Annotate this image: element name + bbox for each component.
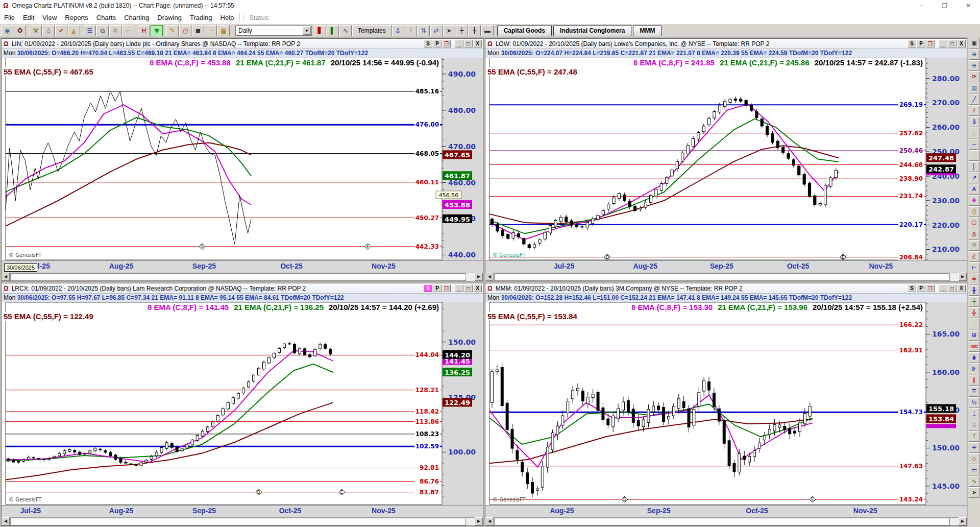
pattern4-icon[interactable]: ╬ xyxy=(969,307,979,318)
list-icon[interactable]: ☰ xyxy=(84,25,96,36)
polygon-icon[interactable]: ⬠ xyxy=(969,218,979,228)
close-button[interactable]: ✕ xyxy=(957,0,980,11)
panel-minimize-button[interactable]: _ xyxy=(939,284,947,292)
cross-big-icon[interactable]: ✛ xyxy=(969,442,979,453)
plus-small-icon[interactable]: ⊹ xyxy=(969,420,979,430)
tee-icon[interactable]: ⊺ xyxy=(969,431,979,442)
horizontal-scrollbar[interactable]: ◀▶ xyxy=(2,273,483,281)
panel-minimize-button[interactable]: _ xyxy=(455,40,463,47)
scrollbar-track[interactable] xyxy=(494,273,959,281)
bars-tool-icon[interactable]: ⊪ xyxy=(969,364,979,374)
chart-area[interactable]: 280.00270.00260.00250.00240.00230.00220.… xyxy=(485,58,967,260)
print-button[interactable]: P xyxy=(433,284,442,292)
scan-icon[interactable]: ◭ xyxy=(68,25,80,36)
chart-page-icon[interactable]: ❐ xyxy=(926,284,935,292)
anchor-icon[interactable]: ⚓ xyxy=(392,25,404,36)
print-button[interactable]: P xyxy=(917,40,925,47)
menu-item-view[interactable]: View xyxy=(38,12,61,23)
updown-icon[interactable]: ⇅ xyxy=(418,25,430,36)
time-axis[interactable]: Aug-25Sep-25Oct-25Nov-25 xyxy=(485,505,967,517)
pattern3-icon[interactable]: ┼ xyxy=(969,296,979,307)
grid-icon[interactable]: ▦ xyxy=(217,25,230,36)
scrollbar-track[interactable] xyxy=(10,517,475,525)
print-button[interactable]: P xyxy=(917,284,925,292)
horizontal-scrollbar[interactable]: ◀▶ xyxy=(485,517,967,525)
chevron-down-icon[interactable]: ▼ xyxy=(303,27,311,35)
panel-titlebar[interactable]: ΩLRCX: 01/09/2022 - 20/10/2025 (Daily ba… xyxy=(2,283,483,294)
scrollbar-track[interactable] xyxy=(10,273,475,281)
menu-item-charting[interactable]: Charting xyxy=(120,12,153,23)
panel-minimize-button[interactable]: _ xyxy=(455,284,463,292)
sector-button-industrial-conglomera[interactable]: Industrial Conglomera xyxy=(553,25,631,36)
panel-close-button[interactable]: X xyxy=(957,284,966,292)
scrollbar-thumb[interactable] xyxy=(10,273,466,281)
numbers-icon[interactable]: ½ xyxy=(969,397,979,408)
chart-area[interactable]: 165.00160.00155.00150.00145.00166.22162.… xyxy=(485,302,967,505)
chart-page-icon[interactable]: ❐ xyxy=(442,40,451,47)
chart-page-icon[interactable]: ❐ xyxy=(926,40,935,47)
horizontal-line-icon[interactable]: ─ xyxy=(969,139,979,150)
pencil-icon[interactable]: ✎ xyxy=(166,25,179,36)
measure-icon[interactable]: ⌶ xyxy=(969,409,979,419)
swap-icon[interactable]: ⇄ xyxy=(430,25,443,36)
chart-area[interactable]: 150.00125.00100.00144.04128.21118.42113.… xyxy=(2,302,483,505)
panel-titlebar[interactable]: ΩLOW: 01/09/2022 - 20/10/2025 (Daily bar… xyxy=(485,39,967,49)
panel-maximize-button[interactable]: □ xyxy=(948,40,957,47)
panel-titlebar[interactable]: ΩLIN: 01/09/2022 - 20/10/2025 (Daily bar… xyxy=(2,39,483,49)
pattern2-icon[interactable]: ╫ xyxy=(969,285,979,296)
menu-item-drawing[interactable]: Drawing xyxy=(153,12,186,23)
chart-area[interactable]: 490.00480.00470.00460.00450.00440.00485.… xyxy=(2,58,483,260)
alerts-icon[interactable]: ✔ xyxy=(55,25,67,36)
menu-item-edit[interactable]: Edit xyxy=(19,12,38,23)
minimize-button[interactable]: – xyxy=(910,0,933,11)
rect-icon[interactable]: ▭ xyxy=(969,465,979,475)
scroll-left-arrow[interactable]: ◀ xyxy=(485,273,494,281)
channel-icon[interactable]: ∥ xyxy=(969,375,979,386)
interval-dropdown[interactable]: Daily▼ xyxy=(235,26,312,36)
pointer2-icon[interactable]: ➤ xyxy=(969,487,979,498)
connect-icon[interactable]: ◉ xyxy=(1,25,13,36)
lamp-icon[interactable]: ♙ xyxy=(42,25,55,36)
tools-icon[interactable]: ⚒ xyxy=(30,25,42,36)
panel-close-button[interactable]: X xyxy=(957,40,966,47)
dash-icon[interactable]: ▬ xyxy=(481,25,494,36)
menu-item-file[interactable]: File xyxy=(0,12,19,23)
pitchfork-icon[interactable]: ⋕ xyxy=(969,352,979,363)
vertical-line-icon[interactable]: │ xyxy=(969,161,979,172)
panel-maximize-button[interactable]: □ xyxy=(464,284,473,292)
horizontal-scrollbar[interactable]: ◀▶ xyxy=(2,517,483,525)
hotlist-icon[interactable]: H xyxy=(138,25,150,36)
candle-a-icon[interactable]: ⫶ xyxy=(405,25,417,36)
scrollbar-thumb[interactable] xyxy=(10,518,466,525)
image-icon[interactable]: ▤ xyxy=(969,83,979,93)
scale-button[interactable]: S xyxy=(908,40,916,47)
zoom-out-icon[interactable]: ⊖ xyxy=(969,60,979,71)
scroll-right-arrow[interactable]: ▶ xyxy=(959,273,967,281)
scroll-left-arrow[interactable]: ◀ xyxy=(485,517,494,525)
rps-lines-icon[interactable]: ≣ xyxy=(969,240,979,251)
chart-page-icon[interactable]: ❐ xyxy=(442,284,451,292)
double-line-icon[interactable]: ═ xyxy=(969,150,979,161)
levels-icon[interactable]: ≡ xyxy=(969,319,979,329)
pattern1-icon[interactable]: ╪ xyxy=(969,274,979,284)
sector-button-capital-goods[interactable]: Capital Goods xyxy=(497,25,552,36)
braces-icon[interactable]: {} xyxy=(969,206,979,217)
shapes-icon[interactable]: ❖ xyxy=(969,195,979,206)
bars-green-icon[interactable]: ▌ xyxy=(327,25,339,36)
camera-icon[interactable]: ◼ xyxy=(192,25,204,36)
arrow-left-icon[interactable]: ← xyxy=(969,128,979,138)
scroll-left-arrow[interactable]: ◀ xyxy=(2,273,10,281)
dollar-line-icon[interactable]: $ xyxy=(969,116,979,127)
angle-icon[interactable]: ∠ xyxy=(969,251,979,262)
snapshot-icon[interactable]: ▣ xyxy=(969,38,979,49)
panel-maximize-button[interactable]: □ xyxy=(948,284,957,292)
panel-maximize-button[interactable]: □ xyxy=(464,40,473,47)
bell-icon[interactable]: ◔ xyxy=(205,25,217,36)
scroll-right-arrow[interactable]: ▶ xyxy=(475,273,483,281)
menu-item-charts[interactable]: Charts xyxy=(92,12,120,23)
diamond-icon[interactable]: ◇ xyxy=(969,453,979,464)
zoom-in-icon[interactable]: ⊕ xyxy=(969,49,979,60)
pointer-icon[interactable]: ➤ xyxy=(443,25,455,36)
cross2-icon[interactable]: ╂ xyxy=(469,25,481,36)
key-icon[interactable]: ⌐ xyxy=(122,25,134,36)
